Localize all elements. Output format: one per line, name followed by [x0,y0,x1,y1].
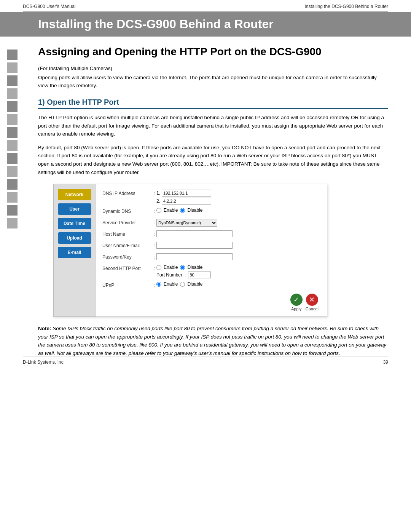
subtext2: Opening ports will allow users to view t… [38,74,388,89]
nav-datetime-button[interactable]: Date Time [58,218,91,229]
footer-left: D-Link Systems, Inc. [23,359,65,365]
password-row: Password/Key : [102,253,320,262]
page-header: DCS-G900 User's Manual Installing the DC… [0,0,411,11]
apply-cancel-row: ✓ Apply ✕ Cancel [102,294,320,311]
upnp-disable-label: Disable [187,281,202,287]
upnp-disable-radio[interactable] [180,282,185,287]
footer-right: 39 [383,359,388,365]
upnp-label: UPnP [102,281,152,288]
nav-email-button[interactable]: E-mail [58,247,91,258]
second-http-enable-radio[interactable] [156,265,161,270]
port-number-label: Port Number [156,272,182,278]
header-right: Installing the DCS-G900 Behind a Router [305,4,388,9]
user-email-input[interactable] [156,242,233,249]
mockup-form: DNS IP Address : 1. 2. [96,184,327,316]
title-bar: Installing the DCS-G900 Behind a Router [0,12,411,37]
second-http-enable-label: Enable [164,265,178,270]
dynamic-dns-disable-radio[interactable] [180,208,185,213]
second-http-row: Second HTTP Port : Enable Disable Port N… [102,265,320,278]
page-title: Installing the DCS-G900 Behind a Router [38,17,388,31]
body-paragraph-1: The HTTP Port option is used when multip… [38,113,388,138]
dns2-input[interactable] [162,198,211,204]
password-label: Password/Key [102,253,152,260]
apply-button-wrap: ✓ Apply [290,294,303,311]
second-http-radio-group: Enable Disable [156,265,320,270]
numbered-heading: 1) Open the HTTP Port [38,98,388,109]
dynamic-dns-row: Dynamic DNS : Enable Disable [102,208,320,216]
host-name-row: Host Name : [102,230,320,239]
note-paragraph: Note: Some ISPs block traffic on commonl… [38,324,388,357]
host-name-label: Host Name [102,230,152,237]
second-http-label: Second HTTP Port [102,265,152,271]
body-paragraph-2: By default, port 80 (Web server port) is… [38,144,388,176]
dynamic-dns-disable-label: Disable [187,208,202,213]
dns1-entry: 1. [156,190,320,197]
upnp-radio-group: Enable Disable [156,281,320,287]
apply-label[interactable]: Apply [291,307,302,311]
user-email-label: User Name/E-mail [102,242,152,248]
cancel-icon[interactable]: ✕ [306,294,318,306]
dns1-num: 1. [156,190,160,196]
note-prefix: Note: [38,326,51,331]
upnp-enable-radio[interactable] [156,282,161,287]
note-body: Some ISPs block traffic on commonly used… [38,326,386,356]
port-number-input[interactable] [188,272,211,278]
second-http-disable-label: Disable [187,265,202,270]
dynamic-dns-enable-radio[interactable] [156,208,161,213]
header-left: DCS-G900 User's Manual [23,4,75,9]
dns2-num: 2. [156,198,160,204]
dynamic-dns-radio-group: Enable Disable [156,208,320,213]
dns-label: DNS IP Address [102,190,152,196]
service-provider-row: Service Provider : DynDNS.org(Dynamic) [102,219,320,227]
section-heading: Assigning and Opening the HTTP Port on t… [38,46,388,58]
port-number-row: Port Number : [156,272,320,278]
cancel-button-wrap: ✕ Cancel [306,294,319,311]
nav-user-button[interactable]: User [58,203,91,215]
mockup-nav: Network User Date Time Upload E-mail [54,184,96,316]
dns1-input[interactable] [162,190,211,197]
nav-network-button[interactable]: Network [58,189,91,200]
main-content: Assigning and Opening the HTTP Port on t… [0,37,411,372]
upnp-enable-label: Enable [164,281,178,287]
apply-icon[interactable]: ✓ [290,294,303,306]
user-email-row: User Name/E-mail : [102,242,320,250]
dns-row: DNS IP Address : 1. 2. [102,190,320,204]
password-input[interactable] [156,253,233,260]
host-name-input[interactable] [156,230,233,237]
subtext1: (For Installing Multiple Cameras) [38,65,388,72]
dynamic-dns-label: Dynamic DNS [102,208,152,214]
dns2-entry: 2. [156,198,320,204]
nav-upload-button[interactable]: Upload [58,232,91,244]
upnp-row: UPnP : Enable Disable [102,281,320,290]
decorative-squares [7,50,18,228]
page-footer: D-Link Systems, Inc. 39 [23,356,388,365]
service-provider-select[interactable]: DynDNS.org(Dynamic) [156,219,217,227]
service-provider-label: Service Provider [102,219,152,225]
dynamic-dns-enable-label: Enable [164,208,178,213]
second-http-disable-radio[interactable] [180,265,185,270]
cancel-label[interactable]: Cancel [306,307,319,311]
ui-mockup: Network User Date Time Upload E-mail DNS… [53,184,327,317]
